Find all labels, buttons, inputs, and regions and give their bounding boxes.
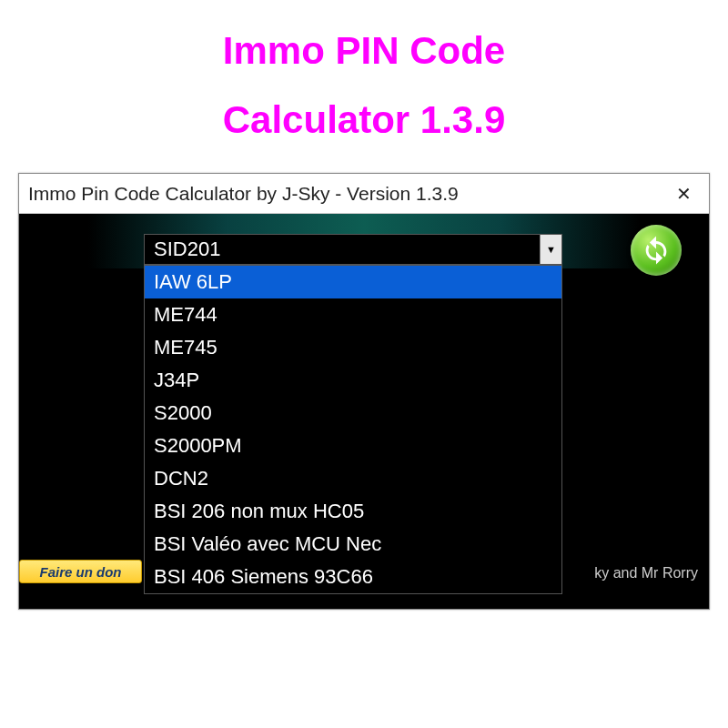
window-titlebar: Immo Pin Code Calculator by J-Sky - Vers… <box>19 174 709 214</box>
dropdown-item[interactable]: DCN2 <box>145 462 561 495</box>
window-title: Immo Pin Code Calculator by J-Sky - Vers… <box>28 183 459 205</box>
app-window: Immo Pin Code Calculator by J-Sky - Vers… <box>18 173 710 610</box>
model-combobox[interactable]: SID201 ▼ <box>144 234 562 265</box>
dropdown-item[interactable]: ME745 <box>145 331 561 364</box>
close-icon: ✕ <box>676 183 692 205</box>
refresh-button[interactable] <box>631 225 682 276</box>
page-heading-line2: Calculator 1.3.9 <box>223 98 505 141</box>
dropdown-item[interactable]: S2000 <box>145 397 561 430</box>
window-client-area: SID201 ▼ IAW 6LPME744ME745J34PS2000S2000… <box>19 214 709 609</box>
window-close-button[interactable]: ✕ <box>665 179 702 208</box>
dropdown-item[interactable]: BSI 406 Siemens 93C66 <box>145 561 561 593</box>
refresh-icon <box>641 235 672 266</box>
dropdown-item[interactable]: ME744 <box>145 298 561 331</box>
combobox-selected-value: SID201 <box>145 238 540 261</box>
page-heading: Immo PIN Code Calculator 1.3.9 <box>0 0 728 154</box>
model-dropdown-list[interactable]: IAW 6LPME744ME745J34PS2000S2000PMDCN2BSI… <box>144 265 562 594</box>
donate-button[interactable]: Faire un don <box>19 560 142 583</box>
chevron-down-icon[interactable]: ▼ <box>540 235 561 264</box>
page-heading-line1: Immo PIN Code <box>223 29 505 72</box>
dropdown-item[interactable]: BSI 206 non mux HC05 <box>145 495 561 528</box>
dropdown-item[interactable]: IAW 6LP <box>145 266 561 298</box>
dropdown-item[interactable]: S2000PM <box>145 430 561 462</box>
dropdown-item[interactable]: BSI Valéo avec MCU Nec <box>145 528 561 561</box>
dropdown-item[interactable]: J34P <box>145 364 561 397</box>
credits-text: ky and Mr Rorry <box>594 565 698 581</box>
donate-label: Faire un don <box>40 564 122 580</box>
